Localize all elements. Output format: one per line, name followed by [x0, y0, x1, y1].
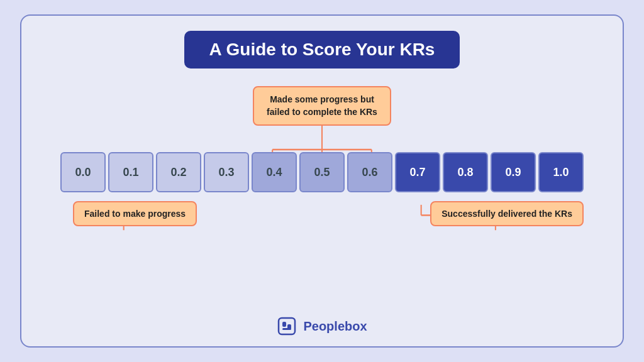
bottom-labels-area: Failed to make progress Successfully del…: [42, 201, 602, 245]
score-box-0.4: 0.4: [252, 152, 297, 192]
score-box-0.8: 0.8: [443, 152, 488, 192]
score-box-0.0: 0.0: [60, 152, 106, 192]
title-box: A Guide to Score Your KRs: [184, 31, 460, 69]
bottom-left-label: Failed to make progress: [73, 201, 197, 226]
svg-rect-13: [279, 318, 295, 334]
score-box-1.0: 1.0: [538, 152, 584, 192]
svg-rect-14: [282, 322, 286, 327]
diagram: Made some progress but failed to complet…: [42, 86, 602, 311]
score-box-0.9: 0.9: [491, 152, 536, 192]
page-title: A Guide to Score Your KRs: [209, 40, 435, 60]
bottom-right-label: Successfully delivered the KRs: [430, 201, 584, 226]
score-box-0.1: 0.1: [108, 152, 153, 192]
score-box-0.6: 0.6: [347, 152, 392, 192]
score-box-0.3: 0.3: [204, 152, 249, 192]
brand-name: Peoplebox: [303, 319, 367, 334]
main-card: A Guide to Score Your KRs Made some prog…: [20, 14, 624, 348]
peoplebox-logo: [277, 316, 297, 336]
footer: Peoplebox: [277, 316, 367, 336]
score-box-0.2: 0.2: [156, 152, 201, 192]
score-box-0.5: 0.5: [299, 152, 345, 192]
score-box-0.7: 0.7: [395, 152, 440, 192]
top-label: Made some progress but failed to complet…: [253, 86, 391, 126]
svg-rect-16: [282, 328, 291, 330]
scores-wrapper: 0.00.10.20.30.40.50.60.70.80.91.0 Failed…: [42, 126, 602, 245]
scores-row: 0.00.10.20.30.40.50.60.70.80.91.0: [42, 152, 602, 192]
